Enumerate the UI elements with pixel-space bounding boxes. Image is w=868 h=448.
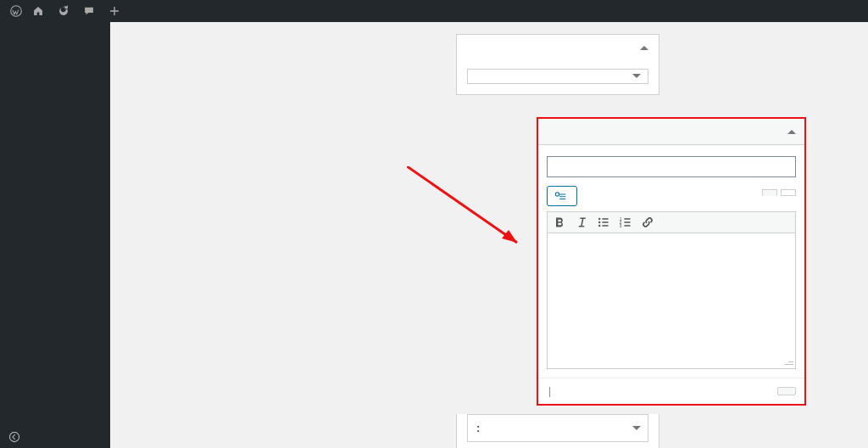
chevron-up-icon bbox=[640, 42, 648, 50]
wp-logo[interactable] bbox=[5, 5, 27, 17]
resize-grip-icon[interactable] bbox=[780, 358, 793, 367]
widget-editor-panel: 123 | bbox=[537, 117, 806, 406]
widget-instance-text-2[interactable]: : bbox=[467, 414, 648, 442]
refresh-icon bbox=[58, 5, 70, 17]
editor-toolbar: 123 bbox=[547, 211, 796, 233]
widget-instance-text-2-outer: : bbox=[456, 414, 659, 448]
tab-visual[interactable] bbox=[762, 189, 777, 196]
comment-icon bbox=[83, 5, 95, 17]
main-content: : bbox=[110, 22, 868, 448]
add-media-button[interactable] bbox=[547, 186, 577, 206]
chevron-up-icon bbox=[787, 126, 796, 134]
updates[interactable] bbox=[53, 5, 78, 17]
italic-icon[interactable] bbox=[575, 216, 588, 229]
svg-point-3 bbox=[598, 221, 600, 223]
editor-tabs bbox=[762, 186, 796, 199]
site-home[interactable] bbox=[27, 5, 53, 17]
widget-editor-header[interactable] bbox=[538, 119, 804, 145]
sidebar-area-desc bbox=[457, 60, 659, 69]
plus-icon bbox=[108, 5, 120, 17]
widget-type: : bbox=[476, 422, 480, 434]
admin-bar bbox=[0, 0, 868, 22]
editor-textarea[interactable] bbox=[547, 233, 796, 369]
media-icon bbox=[554, 190, 566, 202]
svg-point-0 bbox=[11, 6, 22, 17]
comments-bubble[interactable] bbox=[78, 5, 103, 17]
wordpress-icon bbox=[10, 5, 22, 17]
collapse-icon bbox=[8, 431, 20, 443]
widget-instance-text-1[interactable] bbox=[467, 69, 648, 84]
available-widgets bbox=[110, 22, 451, 448]
home-icon bbox=[32, 5, 44, 17]
bullet-list-icon[interactable] bbox=[597, 216, 610, 229]
widget-editor-footer: | bbox=[538, 378, 804, 404]
collapse-menu[interactable] bbox=[0, 426, 110, 448]
tab-text[interactable] bbox=[781, 189, 796, 196]
ordered-list-icon[interactable]: 123 bbox=[619, 216, 632, 229]
sidebar-area-header[interactable] bbox=[457, 35, 659, 60]
svg-point-1 bbox=[9, 432, 19, 441]
admin-sidebar bbox=[0, 22, 110, 448]
svg-text:3: 3 bbox=[620, 224, 622, 228]
sidebar-area-archive-hotel bbox=[456, 34, 659, 95]
widget-editor-body: 123 bbox=[538, 145, 804, 378]
new-content[interactable] bbox=[103, 5, 129, 17]
bold-icon[interactable] bbox=[553, 216, 566, 229]
svg-point-2 bbox=[598, 218, 600, 220]
link-icon[interactable] bbox=[641, 216, 654, 229]
widget-title-input[interactable] bbox=[547, 156, 796, 177]
saved-status bbox=[777, 387, 796, 395]
svg-point-4 bbox=[598, 225, 600, 227]
